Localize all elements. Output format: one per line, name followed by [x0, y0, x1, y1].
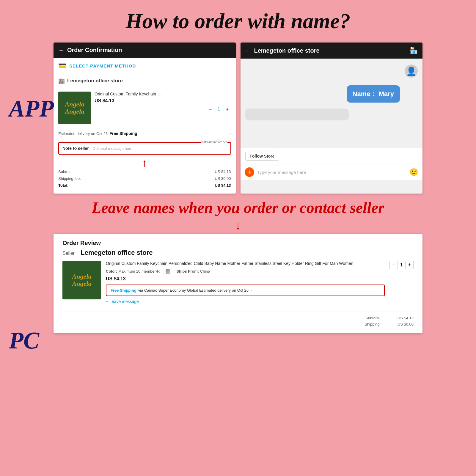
total-value: US $4.13	[215, 183, 231, 188]
pc-qty-row: − 1 +	[389, 261, 414, 269]
product-name: Original Custom Family Keychain ...	[95, 92, 231, 96]
shipping-fee-row: Shipping fee: US $0.00	[54, 175, 236, 182]
pc-subtotal-label: Subtotal	[365, 316, 380, 320]
pc-product-row: AngelaAngela Original Custom Family Keyc…	[62, 261, 414, 308]
chat-message-input[interactable]: Type your message here	[257, 170, 407, 175]
pc-ships-value: China	[200, 269, 210, 274]
pc-product-name: Original Custom Family Keychain Personal…	[106, 261, 385, 267]
pc-product-image: AngelaAngela	[62, 261, 101, 299]
pc-product-image-text: AngelaAngela	[72, 273, 92, 287]
pc-shipping-summary-value: US $0.00	[398, 322, 414, 326]
app-left-panel: ← Order Confirmation 💳 SELECT PAYMENT ME…	[54, 43, 236, 194]
pc-seller-row: Seller： Lemegeton office store	[62, 249, 414, 257]
chat-back-button[interactable]: ←	[245, 47, 251, 54]
shop-icon[interactable]: 🏪	[410, 47, 418, 54]
pc-quantity-value: 1	[400, 262, 403, 268]
empty-bubble	[381, 65, 402, 79]
pc-shipping-summary-row: Shipping US $0.00	[62, 321, 414, 327]
pc-color-value: Maximum 10 member-R	[118, 269, 160, 274]
pc-shipping-text: via Cainiao Super Economy Global Estimat…	[138, 288, 249, 293]
quantity-increase-button[interactable]: +	[224, 106, 231, 113]
shipping-fee-value: US $0.00	[215, 176, 231, 181]
pc-quantity-increase-button[interactable]: +	[405, 261, 414, 269]
note-placeholder: Optional message here	[92, 146, 132, 151]
back-button[interactable]: ←	[58, 47, 64, 54]
delivery-arrow[interactable]: ›	[230, 131, 231, 136]
total-label: Total:	[58, 183, 68, 188]
subtotal-value: US $4.13	[215, 169, 231, 174]
plus-icon: +	[247, 168, 251, 176]
pc-shipping-summary-label: Shipping	[365, 322, 380, 326]
pc-ships-label: Ships From:	[176, 269, 199, 274]
follow-store-section: Follow Store	[241, 148, 423, 164]
app-section-label: APP	[9, 95, 54, 122]
seller-avatar: 👤	[405, 65, 418, 78]
product-row: AngelaAngela Original Custom Family Keyc…	[54, 88, 236, 128]
order-confirmation-title: Order Confirmation	[67, 47, 122, 54]
pc-color-label: Color:	[106, 269, 117, 274]
pc-product-qty-section: − 1 +	[389, 261, 414, 269]
note-id: 1005006565128728	[201, 140, 227, 144]
seller-avatar-row: 👤	[245, 65, 418, 79]
pc-section-label: PC	[9, 327, 39, 354]
pc-specs-row: Color: Maximum 10 member-R Ships From: C…	[106, 269, 385, 274]
chat-add-button[interactable]: +	[245, 167, 254, 177]
chat-input-row: + Type your message here 🙂	[241, 164, 423, 180]
quantity-decrease-button[interactable]: −	[207, 106, 214, 113]
payment-section[interactable]: 💳 SELECT PAYMENT METHOD	[54, 58, 236, 74]
chat-store-title: Lemegeton office store	[254, 47, 320, 54]
delivery-row: Estimated delivery on Oct 26 Free Shippi…	[54, 128, 236, 139]
follow-store-button[interactable]: Follow Store	[245, 152, 279, 161]
app-right-panel: ← Lemegeton office store 🏪 👤 Name： Mary …	[241, 43, 423, 194]
pc-product-price: US $4.13	[106, 276, 385, 282]
pc-subtotal-value: US $4.13	[398, 316, 414, 320]
reply-bubble	[245, 109, 349, 120]
product-image-text: AngelaAngela	[65, 101, 84, 115]
callout-text: Leave names when you order or contact se…	[0, 196, 476, 219]
payment-icon: 💳	[58, 62, 66, 70]
main-title: How to order with name?	[0, 0, 476, 40]
total-row: Total: US $4.13	[54, 182, 236, 189]
product-image: AngelaAngela	[58, 92, 91, 124]
chat-body: 👤 Name： Mary	[241, 59, 423, 148]
pc-shipping-arrow: ›	[250, 288, 252, 293]
subtotal-row: Subtotal: US $4.13	[54, 168, 236, 175]
note-to-seller-section[interactable]: Note to seller Optional message here 100…	[58, 142, 231, 155]
pc-shipping-row[interactable]: Free Shipping via Cainiao Super Economy …	[106, 285, 385, 296]
free-shipping-label: Free Shipping	[109, 131, 137, 136]
quantity-value: 1	[218, 107, 220, 112]
product-details: Original Custom Family Keychain ... US $…	[95, 92, 231, 124]
app-left-header: ← Order Confirmation	[54, 43, 236, 58]
pc-summary-rows: Subtotal US $4.13 Shipping US $0.00	[62, 312, 414, 327]
pc-color-swatch	[166, 269, 170, 274]
store-section: 🏬 Lemegeton office store	[54, 74, 236, 88]
callout-wrapper: Leave names when you order or contact se…	[0, 194, 476, 234]
pc-seller-label: Seller：	[62, 251, 79, 256]
pc-free-shipping-label: Free Shipping	[111, 288, 136, 293]
pc-panel: Order Review Seller： Lemegeton office st…	[54, 234, 422, 333]
emoji-button[interactable]: 🙂	[409, 168, 418, 176]
store-name: Lemegeton office store	[67, 78, 123, 84]
product-price: US $4.13	[95, 98, 231, 103]
pc-leave-message-link[interactable]: + Leave message	[106, 299, 385, 304]
subtotal-label: Subtotal:	[58, 169, 73, 174]
pc-subtotal-row: Subtotal US $4.13	[62, 315, 414, 321]
note-to-seller-label: Note to seller	[62, 146, 89, 151]
app-right-header: ← Lemegeton office store 🏪	[241, 43, 423, 59]
red-arrow-down-indicator: ↓	[0, 219, 476, 231]
pc-seller-name: Lemegeton office store	[81, 249, 153, 256]
pc-product-details: Original Custom Family Keychain Personal…	[106, 261, 385, 308]
person-icon: 👤	[406, 66, 417, 76]
pc-order-review-title: Order Review	[62, 240, 414, 246]
quantity-row: − 1 +	[95, 106, 231, 113]
name-bubble: Name： Mary	[347, 85, 400, 103]
pc-quantity-decrease-button[interactable]: −	[389, 261, 398, 269]
shipping-fee-label: Shipping fee:	[58, 176, 81, 181]
estimated-delivery-text: Estimated delivery on Oct 26	[58, 131, 108, 136]
red-arrow-up-indicator: ↑	[54, 158, 236, 168]
store-icon: 🏬	[58, 78, 65, 84]
payment-label: SELECT PAYMENT METHOD	[69, 63, 136, 68]
